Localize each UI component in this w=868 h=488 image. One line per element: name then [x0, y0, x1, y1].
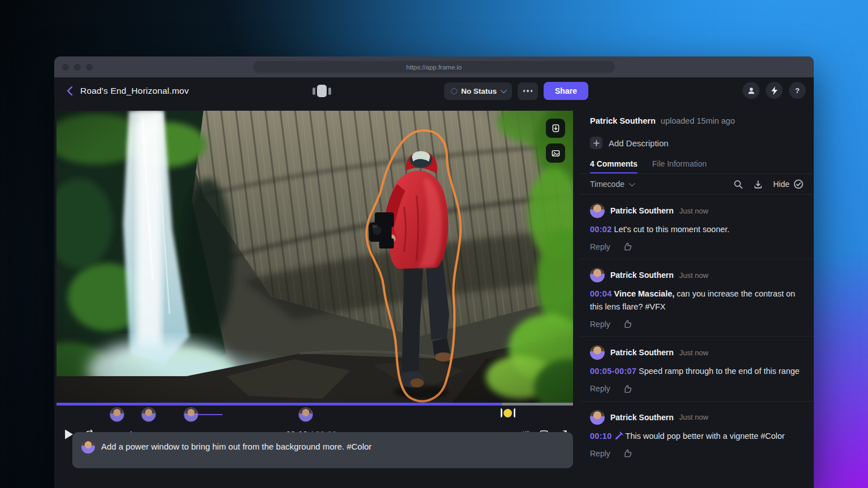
upload-meta: uploaded 15min ago	[661, 116, 735, 125]
status-label: No Status	[461, 87, 497, 95]
view-toggle-left-pill	[313, 88, 315, 95]
avatar	[141, 407, 156, 422]
comment-item[interactable]: Patrick Southern Just now 00:05-00:07Spe…	[580, 337, 814, 401]
comment-time-ago: Just now	[679, 413, 708, 421]
comment-text: Let's cut to this moment sooner.	[614, 225, 730, 234]
comment-time-ago: Just now	[679, 207, 708, 215]
comment-item[interactable]: Patrick Southern Just now 00:02Let's cut…	[580, 195, 814, 259]
add-description-label: Add Description	[609, 138, 669, 148]
like-button[interactable]	[623, 242, 632, 251]
uploader-name: Patrick Southern	[590, 116, 656, 125]
avatar	[590, 203, 605, 218]
comment-timecode-link[interactable]: 00:10	[590, 432, 612, 441]
comment-timecode-link[interactable]: 00:05-00:07	[590, 367, 636, 376]
video-frame-art	[57, 111, 573, 403]
help-button[interactable]: ?	[789, 82, 806, 99]
close-window-icon[interactable]	[62, 64, 69, 71]
reply-button[interactable]: Reply	[590, 320, 610, 329]
download-overlay-button[interactable]	[546, 119, 565, 138]
search-comments-button[interactable]	[734, 180, 743, 189]
browser-chrome: https://app.frame.io	[54, 56, 814, 77]
minimize-window-icon[interactable]	[74, 64, 81, 71]
annotation-brush-icon	[614, 432, 623, 441]
avatar	[81, 440, 95, 454]
comments-toolbar: Timecode Hide	[580, 173, 814, 195]
status-dropdown[interactable]: No Status	[444, 82, 512, 100]
pending-bracket-right	[514, 408, 515, 418]
sort-timecode-dropdown[interactable]: Timecode	[590, 180, 633, 189]
comment-input[interactable]: Add a power window to bring him out from…	[72, 432, 573, 468]
hide-comments-toggle[interactable]: Hide	[773, 179, 804, 189]
view-toggle-right-pill	[328, 88, 331, 95]
player-view-toggle-icon[interactable]	[310, 84, 333, 98]
app-header: Road's End_Horizonal.mov No Status Share	[54, 77, 814, 104]
frameio-app: Road's End_Horizonal.mov No Status Share	[54, 77, 814, 488]
avatar	[590, 268, 605, 282]
like-button[interactable]	[623, 319, 632, 329]
notifications-bolt-button[interactable]	[766, 82, 783, 99]
timeline-comment-marker[interactable]	[110, 407, 124, 422]
tab-comments[interactable]: 4 Comments	[590, 159, 637, 173]
comment-author: Patrick Southern	[610, 271, 674, 280]
comment-text: Speed ramp through to the end of this ra…	[639, 367, 800, 376]
browser-window: https://app.frame.io Road's End_Horizona…	[54, 56, 814, 488]
avatar	[298, 407, 313, 422]
comment-author: Patrick Southern	[610, 348, 674, 357]
plus-icon	[590, 137, 602, 149]
file-title: Road's End_Horizonal.mov	[80, 86, 189, 96]
maximize-window-icon[interactable]	[86, 64, 93, 71]
timeline-comment-marker[interactable]	[141, 407, 156, 422]
comments-sidebar: Patrick Southern uploaded 15min ago Add …	[580, 104, 814, 488]
comment-text: This would pop better with a vignette #C…	[626, 432, 785, 441]
comment-timecode-link[interactable]: 00:02	[590, 225, 612, 234]
back-button[interactable]	[62, 84, 77, 98]
chevron-down-icon	[501, 87, 507, 93]
avatar	[590, 345, 605, 360]
comment-time-ago: Just now	[679, 271, 708, 280]
tab-file-information[interactable]: File Information	[652, 159, 706, 173]
window-controls[interactable]	[62, 64, 93, 71]
comment-timecode-link[interactable]: 00:04	[590, 289, 612, 298]
comment-author: Patrick Southern	[610, 206, 674, 215]
comment-author: Patrick Southern	[610, 413, 674, 422]
pending-bracket-left	[501, 408, 502, 418]
avatar	[110, 407, 124, 422]
like-button[interactable]	[623, 384, 632, 394]
comment-mention[interactable]: Vince Masciale,	[614, 289, 675, 298]
timeline-markers	[57, 406, 573, 423]
timeline-comment-marker[interactable]	[184, 407, 198, 422]
hide-label: Hide	[773, 180, 789, 189]
timeline-scrubber[interactable]	[57, 403, 573, 423]
pending-dot	[504, 409, 512, 417]
share-button[interactable]: Share	[544, 82, 588, 100]
status-circle-icon	[451, 88, 457, 94]
comment-item[interactable]: Patrick Southern Just now 00:10This woul…	[580, 402, 814, 465]
reply-button[interactable]: Reply	[590, 384, 610, 393]
comment-input-text: Add a power window to bring him out from…	[101, 440, 372, 451]
comment-time-ago: Just now	[679, 348, 708, 357]
player-column: 1x 00:19 / 00:22 1080pHD	[57, 104, 573, 446]
avatar	[590, 410, 605, 425]
timeline-comment-marker[interactable]	[298, 407, 313, 422]
uploader-row: Patrick Southern uploaded 15min ago	[580, 116, 814, 125]
video-canvas[interactable]	[57, 111, 573, 403]
avatar	[184, 407, 198, 422]
add-description-button[interactable]: Add Description	[580, 137, 814, 149]
pending-marker[interactable]	[501, 408, 515, 418]
sidebar-tabs: 4 Comments File Information	[580, 159, 814, 173]
download-comments-button[interactable]	[753, 180, 763, 189]
more-options-button[interactable]	[518, 82, 538, 100]
view-toggle-center-pill	[317, 85, 327, 97]
reply-button[interactable]: Reply	[590, 242, 610, 251]
comment-composer: Add a power window to bring him out from…	[57, 432, 573, 488]
account-button[interactable]	[743, 82, 760, 99]
comment-item[interactable]: Patrick Southern Just now 00:04Vince Mas…	[580, 259, 814, 337]
chevron-down-icon	[629, 180, 635, 186]
reply-button[interactable]: Reply	[590, 449, 610, 458]
check-circle-icon	[793, 179, 804, 189]
address-bar[interactable]: https://app.frame.io	[253, 61, 615, 73]
like-button[interactable]	[623, 448, 632, 458]
sort-label: Timecode	[590, 180, 624, 189]
still-frame-overlay-button[interactable]	[546, 143, 565, 163]
